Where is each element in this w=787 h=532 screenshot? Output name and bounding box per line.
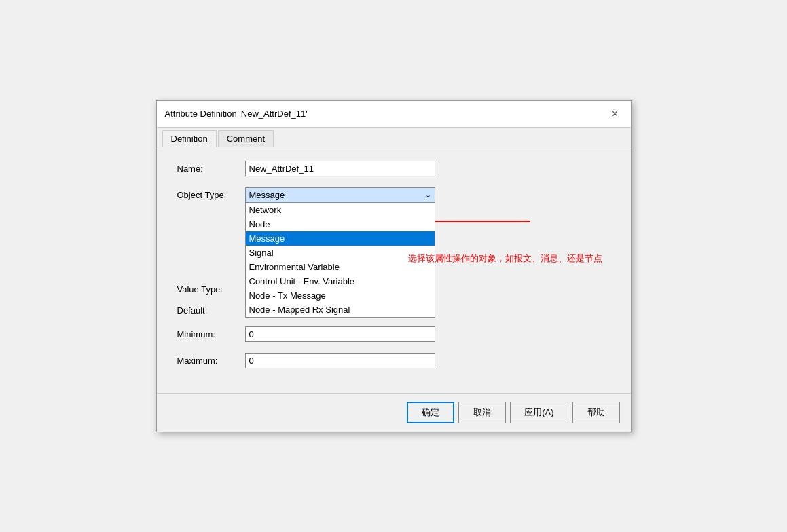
value-type-label: Value Type:	[177, 284, 245, 294]
annotation-text: 选择该属性操作的对象，如报文、消息、还是节点	[408, 252, 602, 265]
tab-definition[interactable]: Definition	[162, 130, 217, 147]
maximum-input[interactable]	[245, 353, 435, 368]
object-type-dropdown[interactable]: Message ⌄ Network Node Message Signal En…	[245, 187, 435, 203]
chevron-down-icon: ⌄	[425, 191, 431, 200]
name-input-wrapper	[245, 161, 435, 176]
dropdown-option-network[interactable]: Network	[246, 203, 435, 217]
dropdown-option-message[interactable]: Message	[246, 231, 435, 246]
tab-comment[interactable]: Comment	[218, 130, 274, 147]
apply-button[interactable]: 应用(A)	[510, 402, 568, 423]
minimum-row: Minimum:	[177, 326, 610, 342]
dropdown-option-cu-envvar[interactable]: Control Unit - Env. Variable	[246, 274, 435, 288]
object-type-label: Object Type:	[177, 190, 245, 200]
confirm-button[interactable]: 确定	[407, 402, 454, 423]
dropdown-header[interactable]: Message ⌄	[245, 187, 435, 203]
dropdown-option-envvar[interactable]: Environmental Variable	[246, 260, 435, 274]
footer: 确定 取消 应用(A) 帮助	[157, 393, 631, 432]
default-label: Default:	[177, 305, 245, 316]
help-button[interactable]: 帮助	[572, 402, 620, 423]
content-area: 选择该属性操作的对象，如报文、消息、还是节点 Name: Object Type…	[157, 147, 631, 393]
name-input[interactable]	[245, 161, 435, 176]
dialog-title: Attribute Definition 'New_AttrDef_11'	[165, 109, 308, 119]
object-type-row: Object Type: Message ⌄ Network Node Mess…	[177, 187, 610, 203]
tab-bar: Definition Comment	[157, 128, 631, 147]
maximum-label: Maximum:	[177, 356, 245, 366]
dropdown-list: Network Node Message Signal Environmenta…	[245, 203, 435, 318]
dropdown-option-node-rx[interactable]: Node - Mapped Rx Signal	[246, 303, 435, 317]
dialog: Attribute Definition 'New_AttrDef_11' × …	[156, 100, 632, 432]
minimum-input-wrapper	[245, 326, 435, 342]
name-label: Name:	[177, 164, 245, 174]
maximum-row: Maximum:	[177, 353, 610, 368]
minimum-label: Minimum:	[177, 329, 245, 339]
name-row: Name:	[177, 161, 610, 176]
title-bar: Attribute Definition 'New_AttrDef_11' ×	[157, 101, 631, 128]
dropdown-option-signal[interactable]: Signal	[246, 246, 435, 260]
dropdown-option-node[interactable]: Node	[246, 217, 435, 231]
dropdown-selected-value: Message	[249, 190, 285, 200]
dropdown-option-node-tx[interactable]: Node - Tx Message	[246, 288, 435, 303]
close-button[interactable]: ×	[608, 107, 623, 121]
maximum-input-wrapper	[245, 353, 435, 368]
minimum-input[interactable]	[245, 326, 435, 342]
cancel-button[interactable]: 取消	[458, 402, 506, 423]
